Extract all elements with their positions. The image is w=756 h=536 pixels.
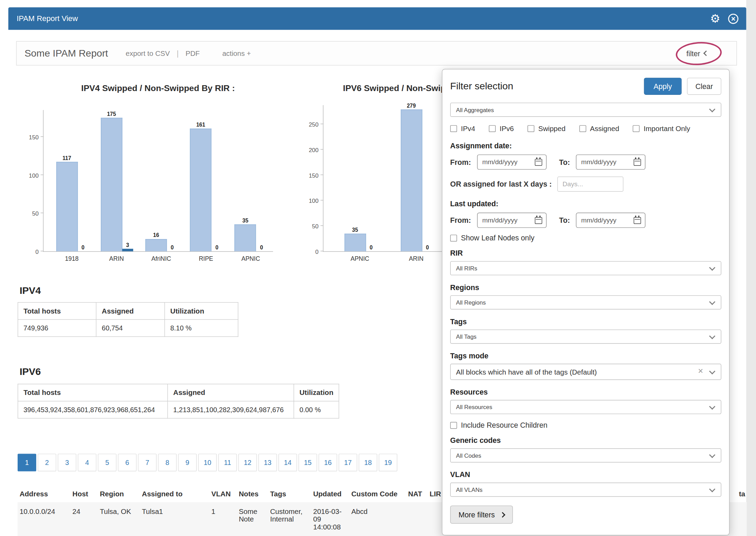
page-button-12[interactable]: 12 [238, 454, 257, 471]
page-button-7[interactable]: 7 [138, 454, 157, 471]
bar-non-swipped-arin [122, 249, 133, 251]
calendar-icon[interactable] [633, 159, 641, 166]
y-tick-mark [41, 212, 44, 213]
bar-wrap: 161 [190, 121, 211, 251]
regions-select[interactable]: All Regions [450, 295, 721, 309]
days-input[interactable] [557, 177, 623, 192]
pdf-link[interactable]: PDF [186, 49, 200, 57]
column-header-total-hosts: Total hosts [18, 302, 96, 320]
table-cell-address: 10.0.0.0/24 [18, 507, 70, 536]
ipv6-heading: IPV6 [20, 366, 41, 378]
bar-wrap: 35 [235, 218, 256, 251]
chart-title: IPV4 Swipped / Non-Swipped By RIR : [43, 83, 273, 93]
vlan-select[interactable]: All VLANs [450, 483, 721, 497]
y-tick-label: 0 [21, 248, 39, 255]
resources-select[interactable]: All Resources [450, 400, 721, 414]
toolbar-separator: | [177, 49, 179, 58]
y-tick-label: 200 [301, 147, 319, 154]
ipv6-checkbox[interactable]: IPv6 [489, 125, 514, 132]
x-axis-label-arin: ARIN [388, 255, 444, 262]
assignment-from-field [477, 155, 546, 170]
bar-group-ripe: 1610 [184, 121, 228, 251]
important-only-checkbox[interactable]: Important Only [633, 125, 690, 132]
y-tick-label: 50 [21, 210, 39, 217]
ipv4-checkbox[interactable]: IPv4 [450, 125, 475, 132]
checkbox-icon [450, 422, 457, 429]
updated-from-field [477, 213, 546, 228]
page-button-18[interactable]: 18 [359, 454, 377, 471]
bar-group-1918: 1170 [50, 155, 95, 251]
y-tick-label: 150 [301, 172, 319, 179]
column-header-nat: NAT [406, 490, 428, 498]
tags-mode-label: Tags mode [450, 351, 721, 360]
calendar-icon[interactable] [535, 159, 542, 166]
x-axis-label-apnic: APNIC [332, 255, 388, 262]
ipv6-total-hosts: 396,453,924,358,601,876,923,968,651,264 [18, 401, 168, 418]
filter-toggle[interactable]: filter [686, 49, 708, 57]
table-cell-notes: Some Note [237, 507, 268, 536]
tags-mode-select-value: All blocks which have all of the tags (D… [456, 368, 597, 376]
generic-codes-select[interactable]: All Codes [450, 448, 721, 463]
more-filters-button[interactable]: More filters [450, 506, 513, 524]
last-updated-label: Last updated: [450, 199, 721, 208]
bar-wrap: 175 [101, 111, 122, 251]
bar-swipped-ripe [190, 128, 211, 251]
close-icon[interactable]: × [728, 13, 738, 24]
page-button-3[interactable]: 3 [58, 454, 76, 471]
export-csv-link[interactable]: export to CSV [126, 49, 170, 57]
assigned-checkbox[interactable]: Assigned [579, 125, 619, 132]
table-cell-ta [737, 507, 747, 536]
column-header-updated: Updated [311, 490, 350, 498]
page-button-1[interactable]: 1 [18, 454, 36, 471]
aggregates-select[interactable]: All Aggregates [450, 103, 721, 117]
page-button-17[interactable]: 17 [339, 454, 357, 471]
show-leaf-nodes-checkbox[interactable]: Show Leaf Nodes only [450, 234, 721, 242]
actions-menu[interactable]: actions + [222, 49, 251, 57]
page-gutter [746, 0, 756, 536]
page-button-11[interactable]: 11 [218, 454, 237, 471]
table-cell-custom-code: Abcd [349, 507, 406, 536]
include-resource-children-checkbox[interactable]: Include Resource Children [450, 421, 721, 429]
page-button-16[interactable]: 16 [319, 454, 337, 471]
clear-selection-icon[interactable]: × [698, 366, 703, 377]
from-label: From: [450, 158, 471, 166]
y-tick-mark [320, 251, 323, 251]
generic-codes-label: Generic codes [450, 436, 721, 444]
checkbox-icon [489, 125, 496, 132]
page-button-10[interactable]: 10 [198, 454, 217, 471]
page-button-9[interactable]: 9 [178, 454, 197, 471]
tags-select[interactable]: All Tags [450, 329, 721, 344]
page-button-5[interactable]: 5 [98, 454, 117, 471]
page-button-2[interactable]: 2 [38, 454, 56, 471]
calendar-icon[interactable] [633, 217, 641, 224]
page-button-14[interactable]: 14 [279, 454, 297, 471]
page-button-4[interactable]: 4 [78, 454, 96, 471]
vlan-select-value: All VLANs [456, 486, 483, 493]
calendar-icon[interactable] [535, 217, 542, 224]
y-tick-mark [320, 200, 323, 200]
column-header-assigned-to: Assigned to [140, 490, 209, 498]
page-button-8[interactable]: 8 [158, 454, 177, 471]
column-header-address: Address [18, 490, 70, 498]
tags-mode-select[interactable]: All blocks which have all of the tags (D… [450, 364, 721, 380]
clear-button[interactable]: Clear [687, 78, 721, 95]
table-cell-region: Tulsa, OK [98, 507, 140, 536]
aggregates-select-value: All Aggregates [456, 106, 494, 113]
page-button-13[interactable]: 13 [258, 454, 277, 471]
swipped-checkbox[interactable]: Swipped [527, 125, 565, 132]
bar-value-label: 175 [107, 111, 116, 117]
page-button-6[interactable]: 6 [118, 454, 137, 471]
updated-to-field [576, 213, 645, 228]
page-button-19[interactable]: 19 [379, 454, 397, 471]
y-tick-mark [41, 251, 44, 251]
bar-value-label: 35 [242, 218, 248, 224]
filter-panel: Filter selection Apply Clear All Aggrega… [442, 69, 729, 535]
apply-button[interactable]: Apply [644, 78, 682, 95]
chart-x-axis-labels: 1918ARINAfriNICRIPEAPNIC [43, 255, 273, 262]
y-tick-mark [41, 175, 44, 175]
gear-icon[interactable]: ⚙ [710, 13, 720, 24]
rir-select[interactable]: All RIRs [450, 261, 721, 275]
column-header-tags: Tags [268, 490, 311, 498]
checkbox-label: IPv4 [461, 125, 475, 132]
page-button-15[interactable]: 15 [299, 454, 317, 471]
